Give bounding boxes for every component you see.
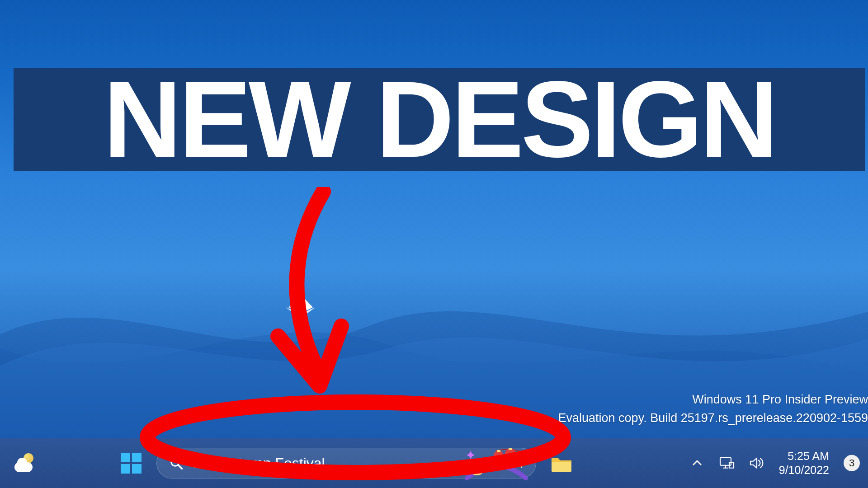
svg-point-11 bbox=[493, 450, 504, 464]
windows-logo-icon bbox=[121, 453, 142, 474]
widgets-button[interactable] bbox=[9, 449, 38, 478]
svg-point-13 bbox=[516, 451, 527, 465]
file-explorer-button[interactable] bbox=[547, 449, 576, 478]
svg-point-10 bbox=[472, 464, 476, 467]
svg-rect-5 bbox=[121, 464, 130, 474]
start-button[interactable] bbox=[117, 449, 146, 478]
svg-rect-16 bbox=[519, 451, 523, 453]
annotation-arrow bbox=[246, 187, 355, 401]
tray-overflow-button[interactable] bbox=[689, 455, 705, 471]
taskbar: Mid-Autumn Festival bbox=[0, 438, 868, 488]
weather-icon bbox=[13, 452, 34, 474]
clock-button[interactable]: 5:25 AM 9/10/2022 bbox=[779, 449, 829, 478]
taskbar-search[interactable]: Mid-Autumn Festival bbox=[156, 448, 536, 479]
system-tray: 5:25 AM 9/10/2022 3 bbox=[689, 449, 860, 478]
search-icon bbox=[170, 456, 183, 470]
tray-date: 9/10/2022 bbox=[779, 463, 829, 477]
desktop-watermark: Windows 11 Pro Insider Preview Evaluatio… bbox=[558, 390, 868, 427]
volume-button[interactable] bbox=[749, 455, 764, 471]
svg-point-9 bbox=[469, 459, 485, 475]
monitor-icon bbox=[719, 456, 735, 470]
svg-rect-6 bbox=[132, 464, 142, 474]
network-button[interactable] bbox=[719, 455, 735, 471]
svg-rect-15 bbox=[509, 448, 512, 450]
taskbar-center: Mid-Autumn Festival bbox=[117, 448, 576, 479]
chevron-up-icon bbox=[691, 457, 703, 469]
watermark-line2: Evaluation copy. Build 25197.rs_prerelea… bbox=[558, 409, 868, 427]
watermark-line1: Windows 11 Pro Insider Preview bbox=[558, 390, 868, 409]
search-highlight-illustration bbox=[462, 446, 530, 482]
notification-count: 3 bbox=[849, 457, 854, 469]
svg-point-12 bbox=[505, 448, 516, 463]
folder-icon bbox=[551, 454, 572, 472]
tray-time: 5:25 AM bbox=[779, 449, 829, 463]
svg-rect-3 bbox=[121, 453, 130, 462]
speaker-icon bbox=[749, 456, 764, 470]
svg-rect-4 bbox=[132, 453, 142, 462]
svg-line-8 bbox=[178, 465, 182, 469]
svg-rect-14 bbox=[497, 450, 500, 452]
notification-center-button[interactable]: 3 bbox=[844, 455, 860, 471]
headline-banner: NEW DESIGN bbox=[14, 68, 865, 171]
